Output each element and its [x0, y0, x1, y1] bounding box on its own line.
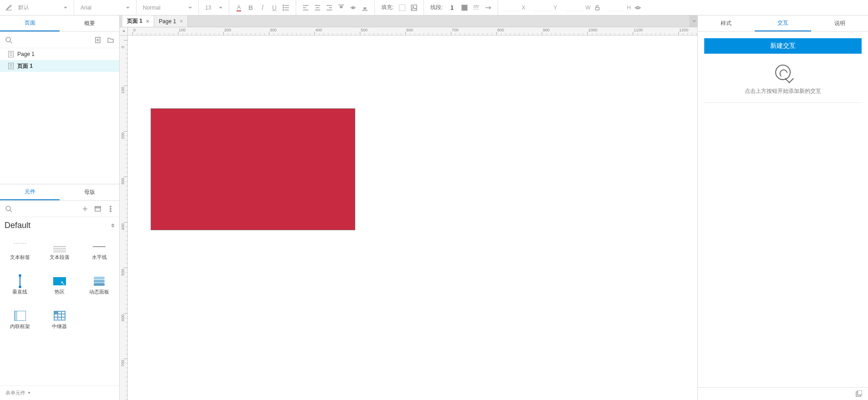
widget-label: 文本段落: [50, 254, 70, 261]
tab-outline[interactable]: 概要: [60, 15, 119, 31]
search-icon[interactable]: [4, 35, 14, 45]
horizontal-ruler[interactable]: 0100200300400500600700800900100011001200: [128, 27, 697, 35]
svg-rect-18: [352, 6, 354, 9]
lock-aspect-icon[interactable]: [591, 2, 603, 14]
line-color-swatch[interactable]: [459, 2, 470, 14]
line-width-input[interactable]: [446, 4, 459, 11]
ruler-corner[interactable]: ✦: [120, 27, 128, 35]
canvas-tab[interactable]: Page 1×: [154, 15, 188, 27]
align-left-button[interactable]: [300, 2, 312, 14]
svg-point-42: [110, 210, 111, 211]
canvas-page-tabs: 页面 1×Page 1×: [120, 15, 697, 27]
font-size-select[interactable]: 13: [202, 0, 225, 15]
widget-h-line[interactable]: 水平线: [80, 234, 119, 268]
tab-masters[interactable]: 母版: [60, 184, 119, 200]
library-section-title[interactable]: Default: [0, 217, 119, 234]
inspector-tabs: 样式 交互 说明: [698, 15, 868, 32]
h-input[interactable]: [608, 4, 625, 11]
form-widgets-section[interactable]: 表单元件▼: [0, 385, 119, 400]
edit-style-icon[interactable]: [4, 2, 15, 14]
w-label: W: [585, 5, 590, 11]
bold-button[interactable]: B: [245, 2, 257, 14]
font-color-button[interactable]: A: [233, 2, 245, 14]
valign-middle-button[interactable]: [347, 2, 359, 14]
arrow-style-button[interactable]: [482, 2, 494, 14]
left-sidebar: 页面 概要 Page 1页面 1 元件 母版: [0, 15, 120, 400]
page-item[interactable]: Page 1: [0, 48, 119, 60]
tab-interactions[interactable]: 交互: [755, 15, 812, 31]
line-label: 线段:: [430, 4, 443, 11]
add-folder-icon[interactable]: [106, 35, 116, 45]
close-tab-icon[interactable]: ×: [180, 18, 183, 25]
h-line-icon: [93, 242, 106, 251]
x-label: X: [522, 5, 525, 11]
v-line-icon: [14, 277, 26, 286]
widget-paragraph[interactable]: 文本段落: [40, 234, 79, 268]
underline-button[interactable]: U: [268, 2, 280, 14]
style-preset-select[interactable]: 默认: [15, 0, 70, 15]
canvas-viewport[interactable]: [128, 35, 697, 400]
widget-v-line[interactable]: 垂直线: [0, 268, 40, 303]
tab-widgets[interactable]: 元件: [0, 184, 60, 200]
y-input[interactable]: [535, 4, 552, 11]
close-tab-icon[interactable]: ×: [146, 18, 149, 25]
svg-point-22: [413, 6, 414, 7]
vertical-ruler[interactable]: 0100200300400500600700800900: [120, 35, 128, 400]
library-menu-icon[interactable]: [106, 204, 116, 214]
lib-search-icon[interactable]: [4, 204, 14, 214]
svg-point-4: [283, 10, 284, 10]
italic-button[interactable]: I: [257, 2, 268, 14]
dynamic-panel-icon: [93, 277, 106, 286]
page-item[interactable]: 页面 1: [0, 60, 119, 72]
svg-line-35: [10, 210, 12, 212]
new-interaction-button[interactable]: 新建交互: [704, 38, 862, 54]
add-library-icon[interactable]: [80, 204, 90, 214]
svg-point-34: [6, 206, 10, 211]
widget-text-label[interactable]: 文本标签: [0, 234, 40, 268]
svg-point-28: [637, 7, 639, 9]
repeater-icon: [53, 311, 66, 320]
visibility-icon[interactable]: [632, 2, 644, 14]
widget-repeater[interactable]: 中继器: [40, 303, 79, 338]
w-input[interactable]: [566, 4, 584, 11]
align-right-button[interactable]: [323, 2, 335, 14]
line-style-button[interactable]: [470, 2, 482, 14]
valign-top-button[interactable]: [335, 2, 347, 14]
tab-style[interactable]: 样式: [698, 15, 755, 31]
tab-notes[interactable]: 说明: [811, 15, 868, 31]
font-weight-select[interactable]: Normal: [140, 0, 195, 15]
interaction-empty-text: 点击上方按钮开始添加新的交互: [745, 87, 821, 95]
align-center-button[interactable]: [312, 2, 323, 14]
svg-point-29: [6, 37, 10, 42]
pages-search-input[interactable]: [16, 36, 90, 43]
library-view-icon[interactable]: [93, 204, 103, 214]
y-label: Y: [554, 5, 557, 11]
widget-hotspot[interactable]: 热区: [40, 268, 79, 303]
page-name: Page 1: [17, 51, 35, 57]
widget-label: 动态面板: [89, 289, 109, 295]
widget-inline-frame[interactable]: 内联框架: [0, 303, 40, 338]
fill-image-button[interactable]: [408, 2, 420, 14]
widget-dynamic-panel[interactable]: 动态面板: [80, 268, 119, 303]
text-label-icon: [14, 242, 26, 251]
tab-label: Page 1: [159, 18, 176, 25]
top-toolbar: 默认 Arial Normal 13 A B I U 填充: 线段: X Y: [0, 0, 868, 15]
tabs-dropdown-icon[interactable]: [689, 15, 697, 27]
valign-bottom-button[interactable]: [359, 2, 371, 14]
expand-panel-icon[interactable]: [853, 389, 863, 399]
svg-rect-16: [340, 6, 343, 8]
tab-pages[interactable]: 页面: [0, 15, 60, 31]
font-family-select[interactable]: Arial: [78, 0, 132, 15]
svg-line-30: [10, 41, 12, 43]
widget-label: 垂直线: [12, 289, 27, 295]
bullet-list-button[interactable]: [280, 2, 292, 14]
page-name: 页面 1: [17, 62, 33, 70]
x-input[interactable]: [503, 4, 520, 11]
add-page-icon[interactable]: [93, 35, 103, 45]
widgets-search-input[interactable]: [16, 205, 77, 212]
canvas-tab[interactable]: 页面 1×: [122, 15, 154, 27]
svg-rect-20: [363, 7, 366, 10]
svg-rect-27: [595, 7, 599, 10]
fill-color-swatch[interactable]: [396, 2, 408, 14]
rectangle-shape[interactable]: [151, 108, 355, 230]
